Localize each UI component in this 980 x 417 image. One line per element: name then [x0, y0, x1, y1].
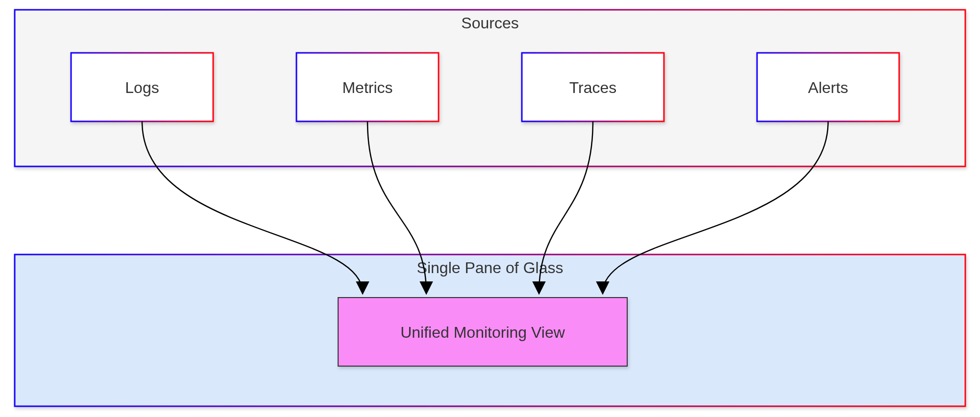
node-unified: Unified Monitoring View	[338, 298, 627, 366]
container-sources-label: Sources	[461, 14, 518, 32]
node-traces: Traces	[522, 53, 664, 121]
node-logs: Logs	[71, 53, 213, 121]
node-traces-label: Traces	[569, 79, 617, 96]
node-metrics-label: Metrics	[342, 79, 392, 96]
container-sources: Sources Logs Metrics Traces Alerts	[15, 10, 965, 166]
node-unified-label: Unified Monitoring View	[400, 324, 565, 341]
node-alerts: Alerts	[757, 53, 899, 121]
container-spog: Single Pane of Glass Unified Monitoring …	[15, 255, 965, 406]
node-logs-label: Logs	[125, 79, 159, 96]
node-alerts-label: Alerts	[808, 79, 848, 96]
diagram-canvas: Sources Logs Metrics Traces Alerts Singl…	[0, 0, 980, 417]
node-metrics: Metrics	[296, 53, 439, 121]
